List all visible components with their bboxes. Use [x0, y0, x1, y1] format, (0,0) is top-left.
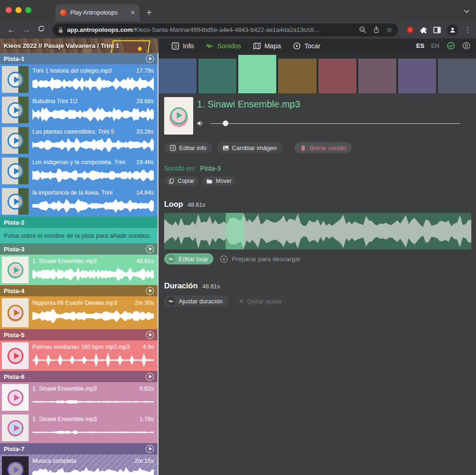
track-color-swatch-2[interactable] [198, 59, 236, 93]
new-tab-button[interactable]: + [146, 8, 152, 21]
bookmark-star-icon[interactable]: ☆ [386, 26, 393, 34]
track-header-pista-7[interactable]: Pista-7 [0, 443, 158, 454]
clip-row[interactable]: 1. Sinawi Ensemble.mp3 0.82s [0, 382, 158, 413]
browser-tab[interactable]: Play Antropoloops ✕ [55, 4, 140, 21]
breadcrumb[interactable]: Kleos 2022 // Pasaje Valvanera / Trini 1 [4, 38, 119, 53]
track-color-swatch-6[interactable] [358, 59, 396, 93]
clip-thumbnail[interactable] [2, 342, 29, 369]
change-image-button[interactable]: Cambiar imágen [217, 142, 282, 153]
minimize-window-button[interactable] [15, 7, 22, 13]
address-bar[interactable]: app.antropoloops.com/Kleos-Santa-Marina/… [53, 23, 398, 37]
sound-thumbnail[interactable] [164, 97, 193, 135]
tab-close-icon[interactable]: ✕ [130, 9, 135, 16]
clip-thumbnail[interactable] [2, 158, 29, 184]
track-play-button[interactable] [146, 245, 154, 253]
clip-row[interactable]: Trini 1 historia del colegio.mp3 17.79s [0, 64, 158, 95]
language-es[interactable]: ES [416, 42, 424, 49]
edit-info-button[interactable]: Editar info [164, 142, 212, 153]
clip-play-button[interactable] [8, 420, 23, 436]
nav-item-sonidos[interactable]: Sonidos [202, 42, 245, 50]
loop-playhead-band[interactable] [226, 213, 244, 249]
nav-item-tocar[interactable]: Tocar [289, 42, 324, 50]
fullscreen-window-button[interactable] [25, 7, 31, 13]
zoom-out-icon[interactable] [359, 26, 366, 33]
url-text[interactable]: app.antropoloops.com/Kleos-Santa-Marina/… [67, 26, 355, 33]
track-play-button[interactable] [146, 287, 154, 295]
recording-extension-icon[interactable] [407, 26, 414, 33]
sound-location-link[interactable]: Pista-3 [200, 165, 221, 172]
track-color-swatch-4[interactable] [278, 59, 316, 93]
clip-row[interactable]: 1. Sinawi Ensemble.mp3 1.79s [0, 413, 158, 443]
clip-thumbnail[interactable] [2, 415, 29, 441]
clip-play-button[interactable] [8, 133, 23, 149]
clip-thumbnail[interactable] [2, 188, 29, 215]
clip-row[interactable]: 1. Sinawi Ensemble.mp3 48.61s [0, 255, 158, 285]
adjust-duration-button[interactable]: Ajustar duración [164, 295, 228, 307]
track-header-pista-1[interactable]: Pista-1 [0, 53, 158, 64]
clip-play-button[interactable] [8, 348, 23, 364]
clip-thumbnail[interactable] [2, 66, 29, 93]
extensions-puzzle-icon[interactable] [420, 26, 427, 34]
copy-button[interactable]: Copiar [164, 176, 198, 186]
track-header-pista-4[interactable]: Pista-4 [0, 285, 158, 296]
side-panel-icon[interactable] [433, 26, 441, 34]
clip-play-button[interactable] [8, 305, 23, 321]
clip-row[interactable]: Bubulina Trini 1\2 29.68s [0, 95, 158, 125]
profile-avatar[interactable] [447, 24, 458, 36]
track-header-pista-2[interactable]: Pista-2 [0, 217, 158, 228]
track-color-swatch-7[interactable] [398, 59, 436, 93]
tab-search-chevron-icon[interactable] [464, 7, 469, 15]
track-play-button[interactable] [146, 331, 154, 339]
forward-button[interactable]: → [20, 25, 33, 35]
nav-item-info[interactable]: Info [168, 42, 197, 50]
clip-thumbnail[interactable] [2, 384, 29, 411]
share-icon[interactable] [373, 26, 380, 33]
clear-adjust-button[interactable]: ✕ Quitar ajuste [233, 295, 287, 307]
clip-thumbnail[interactable] [2, 127, 29, 154]
track-play-button[interactable] [146, 55, 154, 63]
track-header-pista-6[interactable]: Pista-6 [0, 371, 158, 382]
clip-row[interactable]: Nipponia 06 Esashi Oiwake.mp3 2m 30s [0, 296, 158, 329]
clip-thumbnail[interactable] [2, 298, 29, 327]
clip-play-button[interactable] [8, 72, 23, 88]
track-play-button[interactable] [146, 373, 154, 381]
clip-row[interactable]: Musica completa 2m 15s [0, 454, 158, 475]
track-color-swatch-5[interactable] [318, 59, 356, 93]
clip-thumbnail[interactable] [2, 456, 29, 475]
clip-row[interactable]: Palmas sevillanas 160 bpm mp3.mp3 4.9s [0, 340, 158, 371]
back-button[interactable]: ← [5, 25, 18, 35]
browser-menu-icon[interactable]: ⋮ [464, 26, 471, 33]
saved-check-icon[interactable] [447, 42, 455, 50]
map-thumbnail[interactable]: Kleos 2022 // Pasaje Valvanera / Trini 1 [0, 38, 159, 53]
volume-slider[interactable] [211, 121, 460, 126]
language-en[interactable]: EN [431, 42, 439, 49]
track-header-pista-3[interactable]: Pista-3 [0, 243, 158, 255]
track-color-swatch-8[interactable] [438, 59, 476, 93]
clip-thumbnail[interactable] [2, 97, 29, 123]
delete-sound-button[interactable]: Borrar sonido [295, 142, 352, 153]
track-color-swatch-1[interactable] [159, 59, 196, 93]
prepare-download-button[interactable]: Preparar para descargar [220, 255, 301, 263]
clip-row[interactable]: la importancia de la lluvia. Trini 14.84… [0, 186, 158, 217]
nav-item-mapa[interactable]: Mapa [249, 42, 285, 50]
clip-thumbnail[interactable] [2, 256, 29, 283]
track-color-swatch-3[interactable] [238, 55, 276, 93]
clip-row[interactable]: Las plantas comestibles. Trini 5 33.28s [0, 125, 158, 156]
reload-button[interactable] [35, 25, 48, 35]
account-icon[interactable] [462, 42, 470, 50]
sound-play-button[interactable] [170, 107, 187, 124]
clip-play-button[interactable] [8, 262, 23, 278]
clip-play-button[interactable] [8, 390, 23, 406]
volume-knob[interactable] [223, 121, 228, 126]
track-header-pista-5[interactable]: Pista-5 [0, 329, 158, 340]
edit-loop-button[interactable]: Editar loop [164, 253, 213, 264]
clip-row[interactable]: Los indigenas y la compostela. Trini 19.… [0, 156, 158, 186]
clip-play-button[interactable] [8, 102, 23, 118]
clip-play-button[interactable] [8, 163, 23, 179]
close-window-button[interactable] [6, 7, 12, 13]
track-play-button[interactable] [146, 445, 154, 453]
clip-play-button[interactable] [8, 462, 23, 475]
clip-play-button[interactable] [8, 194, 23, 210]
loop-waveform-panel[interactable] [164, 213, 471, 249]
move-button[interactable]: Mover [202, 176, 235, 186]
